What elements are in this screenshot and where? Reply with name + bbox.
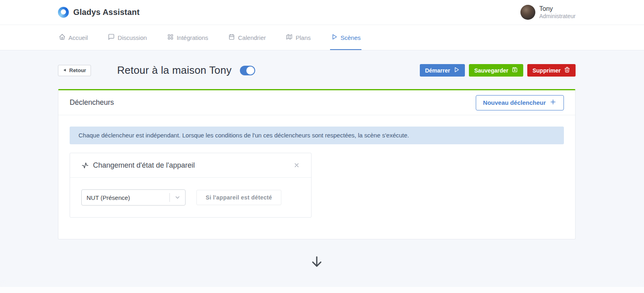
user-name: Tony [539, 5, 576, 13]
trigger-item-body: NUT (Présence) Si l'appareil est détecté [70, 178, 311, 217]
scene-enabled-toggle[interactable] [240, 66, 255, 75]
message-icon [108, 33, 115, 42]
avatar[interactable] [520, 5, 535, 20]
device-select-value: NUT (Présence) [82, 194, 169, 201]
triggers-card-body: Chaque déclencheur est indépendant. Lors… [58, 115, 575, 239]
nav-label: Plans [295, 34, 311, 41]
back-button[interactable]: Retour [58, 65, 91, 76]
nav-item-scenes[interactable]: Scènes [330, 25, 361, 50]
new-trigger-label: Nouveau déclencheur [483, 99, 546, 106]
device-select[interactable]: NUT (Présence) [81, 189, 186, 206]
triggers-card-title: Déclencheurs [70, 98, 114, 107]
save-button-label: Sauvegarder [474, 67, 508, 74]
grid-icon [167, 33, 174, 42]
start-button-label: Démarrer [425, 67, 450, 74]
back-button-label: Retour [69, 67, 86, 73]
scene-page: Retour Retour à la maison Tony Démarrer … [58, 50, 576, 270]
close-icon[interactable] [293, 162, 300, 168]
nav-item-calendrier[interactable]: Calendrier [227, 25, 266, 50]
nav-label: Calendrier [238, 34, 266, 41]
play-outline-icon [453, 66, 460, 74]
nav-item-accueil[interactable]: Accueil [58, 25, 89, 50]
trigger-item-title: Changement d'état de l'appareil [93, 161, 293, 170]
page-header-row: Retour Retour à la maison Tony Démarrer … [58, 64, 576, 77]
nav-item-integrations[interactable]: Intégrations [166, 25, 209, 50]
bottom-strip [0, 287, 644, 293]
nav-item-plans[interactable]: Plans [285, 25, 312, 50]
nav-label: Scènes [341, 34, 361, 41]
start-button[interactable]: Démarrer [420, 64, 465, 77]
top-header: Gladys Assistant Tony Administrateur [0, 0, 644, 25]
save-button[interactable]: Sauvegarder [469, 64, 523, 77]
condition-button[interactable]: Si l'appareil est détecté [196, 190, 281, 205]
user-menu[interactable]: Tony Administrateur [520, 5, 576, 20]
home-icon [59, 33, 66, 42]
trash-icon [564, 66, 570, 74]
new-trigger-button[interactable]: Nouveau déclencheur [476, 95, 564, 110]
chevron-down-icon[interactable] [170, 194, 185, 201]
flow-arrow-row [58, 255, 576, 270]
nav-label: Accueil [68, 34, 88, 41]
user-role: Administrateur [539, 13, 576, 20]
play-icon [331, 33, 338, 42]
map-icon [286, 33, 293, 42]
back-triangle-icon [63, 67, 67, 73]
triggers-card: Déclencheurs Nouveau déclencheur Chaque … [58, 89, 576, 239]
plus-icon [549, 98, 557, 107]
gladys-logo-icon [58, 7, 69, 18]
nav-label: Discussion [118, 34, 147, 41]
toggle-knob [246, 66, 254, 75]
trigger-info-alert: Chaque déclencheur est indépendant. Lors… [70, 127, 564, 144]
trigger-item: Changement d'état de l'appareil NUT (Pré… [70, 153, 312, 218]
main-nav: Accueil Discussion Intégrations Calendri… [0, 25, 644, 50]
nav-label: Intégrations [177, 34, 208, 41]
brand[interactable]: Gladys Assistant [58, 7, 140, 18]
page-title: Retour à la maison Tony [117, 64, 232, 77]
arrow-down-icon [310, 255, 324, 270]
floppy-icon [512, 66, 518, 74]
delete-button[interactable]: Supprimer [527, 64, 576, 77]
delete-button-label: Supprimer [533, 67, 561, 74]
nav-item-discussion[interactable]: Discussion [107, 25, 148, 50]
triggers-card-header: Déclencheurs Nouveau déclencheur [58, 90, 575, 115]
app-title: Gladys Assistant [73, 8, 140, 17]
activity-icon [81, 162, 89, 169]
calendar-icon [228, 33, 235, 42]
trigger-item-header: Changement d'état de l'appareil [70, 153, 311, 178]
